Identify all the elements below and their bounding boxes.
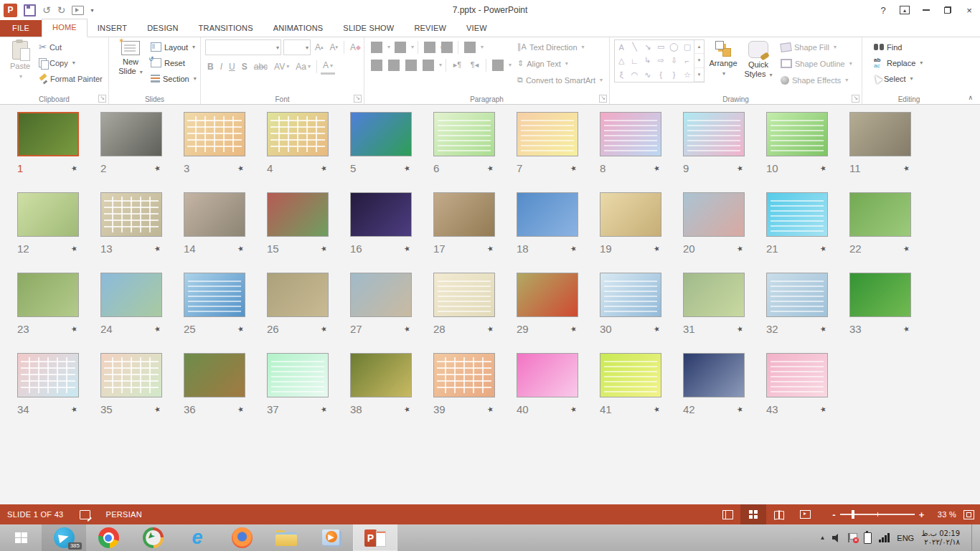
shape-text-box-icon[interactable]: A	[615, 40, 628, 54]
taskbar-idm[interactable]	[131, 524, 175, 551]
section-button[interactable]: Section▾	[151, 71, 197, 86]
select-button[interactable]: Select▾	[874, 71, 923, 86]
slide-thumbnail[interactable]	[600, 192, 661, 237]
shapes-gallery-scrollbar[interactable]: ▲ ▼ ▼	[694, 40, 704, 82]
ltr-text-button[interactable]: ▸¶	[450, 57, 465, 72]
slide-thumbnail-cell[interactable]: 29 ★	[517, 265, 600, 345]
slide-thumbnail-cell[interactable]: 34 ★	[17, 345, 100, 425]
slide-thumbnail[interactable]	[184, 353, 245, 397]
close-button[interactable]: ×	[958, 2, 980, 18]
slide-thumbnail-cell[interactable]: 12 ★	[17, 184, 100, 265]
replace-button[interactable]: abacReplace▾	[874, 55, 923, 70]
taskbar-powerpoint[interactable]	[353, 524, 397, 551]
slide-thumbnail[interactable]	[766, 273, 828, 317]
gallery-more-icon[interactable]: ▼	[694, 68, 704, 82]
slide-thumbnail[interactable]	[849, 112, 911, 156]
slide-thumbnail-cell[interactable]: 42 ★	[683, 345, 766, 425]
slide-thumbnail-cell[interactable]: 25 ★	[184, 265, 267, 345]
taskbar-chrome[interactable]	[86, 524, 131, 551]
shape-l-shape-icon[interactable]: ⌐	[681, 54, 694, 67]
tab-design[interactable]: DESIGN	[137, 20, 188, 37]
align-right-button[interactable]	[403, 57, 418, 72]
numbering-button[interactable]	[392, 39, 407, 55]
zoom-slider-thumb[interactable]	[852, 510, 854, 519]
slide-thumbnail[interactable]	[17, 273, 79, 317]
underline-button[interactable]: U	[227, 60, 237, 74]
slide-thumbnail-cell[interactable]: 28 ★	[433, 265, 517, 345]
font-size-combo[interactable]: ▾	[283, 39, 311, 55]
format-painter-button[interactable]: Format Painter	[39, 71, 103, 86]
scroll-down-icon[interactable]: ▼	[694, 54, 704, 67]
ribbon-display-options-button[interactable]: ▴	[894, 2, 915, 18]
taskbar-internet-explorer[interactable]: e	[175, 524, 220, 551]
cut-button[interactable]: ✂Cut	[39, 39, 103, 55]
slide-thumbnail[interactable]	[350, 353, 412, 397]
shape-elbow-connector-icon[interactable]: ∟	[628, 54, 641, 67]
network-signal-icon[interactable]	[879, 533, 890, 542]
slide-thumbnail-cell[interactable]: 33 ★	[849, 265, 933, 345]
tab-home[interactable]: HOME	[42, 19, 88, 37]
slide-thumbnail-cell[interactable]: 40 ★	[517, 345, 600, 425]
input-language[interactable]: ENG	[897, 534, 914, 542]
zoom-level[interactable]: 33 %	[938, 510, 956, 519]
increase-indent-button[interactable]	[439, 39, 454, 55]
character-spacing-button[interactable]: AV▾	[272, 60, 291, 74]
quick-styles-button[interactable]: Quick Styles ▾	[742, 39, 775, 80]
slide-thumbnail[interactable]	[849, 192, 911, 237]
slide-thumbnail[interactable]	[267, 353, 329, 397]
zoom-slider[interactable]	[840, 514, 915, 515]
shape-outline-button[interactable]: Shape Outline▾	[781, 56, 852, 71]
slide-thumbnail[interactable]	[100, 112, 162, 156]
tab-transitions[interactable]: TRANSITIONS	[189, 20, 263, 37]
slide-thumbnail[interactable]	[17, 192, 79, 237]
start-slideshow-icon[interactable]	[72, 6, 84, 15]
spell-check-icon[interactable]	[80, 510, 90, 519]
tab-review[interactable]: REVIEW	[404, 20, 456, 37]
slide-thumbnail[interactable]	[100, 273, 162, 317]
slide-thumbnail-cell[interactable]: 26 ★	[267, 265, 350, 345]
strikethrough-button[interactable]: abc	[252, 60, 270, 74]
slide-thumbnail[interactable]	[350, 112, 412, 156]
paste-button[interactable]: Paste▾	[4, 39, 36, 81]
slide-sorter-view-button[interactable]	[740, 504, 766, 524]
font-name-combo[interactable]: ▾	[205, 39, 281, 55]
slide-thumbnail[interactable]	[184, 112, 245, 156]
slide-thumbnail-cell[interactable]: 9 ★	[683, 104, 766, 184]
slide-thumbnail-cell[interactable]: 19 ★	[600, 184, 683, 265]
slide-thumbnail[interactable]	[433, 192, 495, 237]
slide-thumbnail-cell[interactable]: 36 ★	[184, 345, 267, 425]
redo-icon[interactable]: ↻	[57, 5, 66, 15]
columns-button[interactable]	[490, 57, 505, 72]
normal-view-button[interactable]	[715, 504, 740, 524]
text-direction-button[interactable]: ∥AText Direction▾	[517, 39, 603, 55]
slide-thumbnail-cell[interactable]: 18 ★	[517, 184, 600, 265]
slide-thumbnail-cell[interactable]: 1 ★	[17, 104, 100, 184]
slide-thumbnail[interactable]	[517, 192, 578, 237]
slide-thumbnail-cell[interactable]: 13 ★	[100, 184, 184, 265]
shape-fill-button[interactable]: Shape Fill▾	[781, 39, 852, 55]
taskbar-media-player[interactable]	[308, 524, 353, 551]
font-color-button[interactable]: A▾	[321, 58, 335, 75]
align-left-button[interactable]	[369, 57, 384, 72]
slide-thumbnail[interactable]	[267, 192, 329, 237]
restore-button[interactable]	[937, 2, 958, 18]
paragraph-dialog-launcher-icon[interactable]: ↘	[599, 95, 607, 103]
drawing-dialog-launcher-icon[interactable]: ↘	[852, 95, 859, 103]
slide-thumbnail[interactable]	[683, 353, 745, 397]
shape-line-arrow-icon[interactable]: ↘	[641, 40, 654, 54]
tab-animations[interactable]: ANIMATIONS	[263, 20, 334, 37]
italic-button[interactable]: I	[218, 60, 225, 74]
layout-button[interactable]: Layout▾	[151, 39, 197, 55]
powerpoint-app-icon[interactable]: P	[4, 4, 17, 17]
slide-thumbnail-cell[interactable]: 5 ★	[350, 104, 433, 184]
shape-line-icon[interactable]: ╲	[628, 40, 641, 54]
undo-icon[interactable]: ↺	[42, 5, 51, 15]
slide-thumbnail[interactable]	[517, 273, 578, 317]
slide-thumbnail[interactable]	[683, 112, 745, 156]
shape-isosceles-triangle-icon[interactable]: △	[615, 54, 628, 67]
slide-thumbnail[interactable]	[100, 192, 162, 237]
slide-thumbnail-cell[interactable]: 20 ★	[683, 184, 766, 265]
slide-thumbnail[interactable]	[766, 353, 828, 397]
slide-thumbnail-cell[interactable]: 3 ★	[184, 104, 267, 184]
shape-arc-icon[interactable]: ◠	[628, 68, 641, 82]
